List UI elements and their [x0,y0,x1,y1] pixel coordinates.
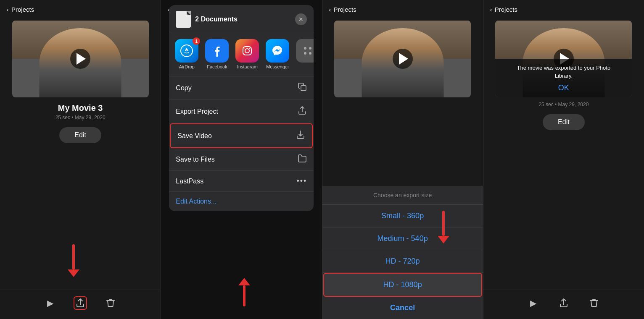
instagram-icon [235,39,259,63]
share-icon-4[interactable] [557,296,570,310]
export-header: Choose an export size [322,186,483,205]
instagram-label: Instagram [237,64,258,69]
app-icons-row: 1 AirDrop Facebook [169,32,314,76]
ok-button[interactable]: OK [500,84,627,92]
svg-point-0 [181,45,193,57]
trash-icon-1[interactable] [104,296,117,310]
trash-icon-4[interactable] [587,296,601,310]
copy-label: Copy [176,84,191,92]
movie-title-1: My Movie 3 [58,103,103,113]
back-nav-4[interactable]: ‹ Projects [483,0,644,16]
play-triangle-3 [399,53,408,65]
airdrop-icon: 1 [175,39,198,63]
app-item-facebook[interactable]: Facebook [205,39,229,69]
more-apps-icon [296,39,314,63]
svg-rect-8 [301,86,306,91]
edit-button-1[interactable]: Edit [59,127,101,143]
video-thumbnail-1[interactable] [12,21,149,97]
save-files-label: Save to Files [176,156,214,163]
chevron-left-icon-3: ‹ [329,6,331,13]
movie-meta-4: 25 sec • May 29, 2020 [538,102,589,107]
play-icon-1[interactable]: ▶ [43,296,57,310]
arrow-down-3 [438,211,449,243]
bottom-toolbar-4: ▶ [483,290,644,319]
play-overlay-3[interactable] [393,49,413,69]
panel-4: ‹ Projects The movie was exported to you… [483,0,644,319]
play-triangle-1 [77,53,86,65]
cancel-button-3[interactable]: Cancel [322,297,483,319]
svg-point-4 [304,47,306,50]
back-label-4[interactable]: Projects [495,6,517,13]
app-item-messenger[interactable]: Messenger [266,39,289,69]
svg-point-5 [309,47,311,50]
panel-1: ‹ Projects My Movie 3 25 sec • May 29, 2… [0,0,161,319]
messenger-icon [266,39,289,63]
app-item-airdrop[interactable]: 1 AirDrop [175,39,198,69]
share-sheet: 2 Documents ✕ 1 AirDrop [169,5,314,211]
video-thumbnail-3[interactable] [334,21,471,97]
video-thumbnail-4[interactable]: The movie was exported to your Photo Lib… [495,21,632,97]
messenger-label: Messenger [266,64,289,69]
export-project-icon [298,106,307,117]
edit-actions[interactable]: Edit Actions... [169,192,314,211]
size-option-1080p[interactable]: HD - 1080p [323,273,482,297]
save-video-icon [296,130,305,141]
back-label-1[interactable]: Projects [11,6,34,13]
close-button[interactable]: ✕ [295,13,307,25]
share-item-lastpass[interactable]: LastPass ••• [169,171,314,192]
back-nav-3[interactable]: ‹ Projects [322,0,483,16]
svg-point-2 [245,49,249,53]
play-icon-4[interactable]: ▶ [527,296,540,310]
airdrop-badge: 1 [193,37,200,45]
chevron-left-icon-4: ‹ [490,6,492,13]
bottom-toolbar-1: ▶ [0,290,161,319]
chevron-left-icon-1: ‹ [7,6,9,13]
share-item-export-project[interactable]: Export Project [169,100,314,123]
share-item-save-files[interactable]: Save to Files [169,148,314,171]
save-video-label: Save Video [177,132,212,140]
svg-point-7 [309,52,311,55]
exported-message: The movie was exported to your Photo Lib… [500,64,627,80]
back-nav-1[interactable]: ‹ Projects [0,0,161,16]
edit-actions-label[interactable]: Edit Actions... [176,198,216,205]
export-size-section: Choose an export size Small - 360p Mediu… [322,186,483,319]
app-item-instagram[interactable]: Instagram [235,39,259,69]
size-option-540p[interactable]: Medium - 540p [322,227,483,250]
arrow-up-2 [238,278,250,306]
share-header: 2 Documents ✕ [169,5,314,32]
export-project-label: Export Project [176,108,218,115]
save-files-icon [298,154,307,165]
panel-3: ‹ Projects Choose an export size Small -… [322,0,483,319]
facebook-label: Facebook [207,64,227,69]
doc-icon [176,11,191,28]
size-option-360p[interactable]: Small - 360p [322,205,483,227]
share-item-save-video[interactable]: Save Video [170,123,313,148]
lastpass-label: LastPass [176,178,203,185]
share-item-copy[interactable]: Copy [169,76,314,100]
facebook-icon [205,39,229,63]
play-overlay-1[interactable] [70,49,90,69]
svg-point-3 [249,48,251,49]
size-option-720p[interactable]: HD - 720p [322,250,483,273]
edit-button-4[interactable]: Edit [543,114,585,130]
share-title: 2 Documents [195,16,237,23]
app-item-more[interactable] [296,39,314,69]
arrow-down-1 [68,244,79,277]
copy-icon [298,82,307,94]
airdrop-label: AirDrop [179,64,195,69]
dots-icon: ••• [296,177,307,186]
movie-meta-1: 25 sec • May 29, 2020 [55,115,106,120]
share-icon-1[interactable] [74,296,87,310]
panel-2: ‹ Projects 2 Documents ✕ 1 [161,0,322,319]
share-menu: Copy Export Project Save [169,76,314,192]
svg-point-6 [304,52,306,55]
back-label-3[interactable]: Projects [334,6,356,13]
share-header-left: 2 Documents [176,11,237,28]
